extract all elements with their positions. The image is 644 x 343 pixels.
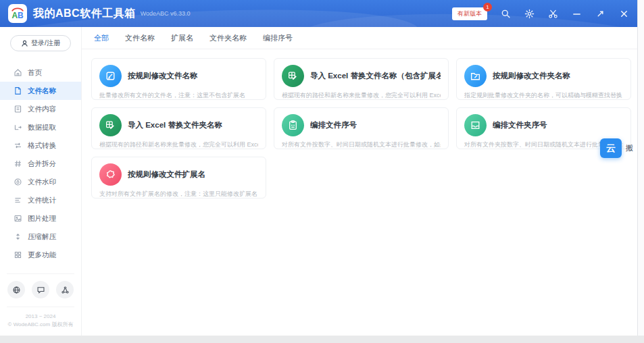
sidebar-nav: 首页 文件名称 文件内容 数据提取 <box>0 63 81 264</box>
file-stats-icon <box>14 196 22 205</box>
data-extract-icon <box>14 123 22 132</box>
sidebar-item-format-convert[interactable]: 格式转换 <box>0 136 81 155</box>
tab-extension[interactable]: 扩展名 <box>171 33 193 43</box>
sidebar-item-merge-split[interactable]: 合并拆分 <box>0 155 81 173</box>
merge-split-icon <box>14 159 22 168</box>
svg-text:B: B <box>18 11 24 20</box>
user-icon <box>21 40 28 47</box>
sidebar-item-label: 文件内容 <box>28 105 56 114</box>
logo-ab-icon: A B <box>9 5 26 22</box>
rename-extension-icon <box>99 163 122 186</box>
social-row <box>7 273 74 307</box>
svg-text:A: A <box>11 11 18 20</box>
search-icon[interactable] <box>501 9 511 19</box>
card-excel-rename-file[interactable]: 导入 Excel 替换文件名称（包含扩展名） 根据现有的路径和新名称来批量修改，… <box>274 58 449 100</box>
settings-gear-icon[interactable] <box>524 9 535 19</box>
rename-file-icon <box>99 65 122 87</box>
sidebar-item-file-name[interactable]: 文件名称 <box>0 82 81 100</box>
tool-card-grid: 按规则修改文件名称 批量修改所有文件的文件名，注意：这里不包含扩展名 导入 Ex… <box>82 49 637 207</box>
card-title: 按规则修改文件扩展名 <box>128 169 205 180</box>
card-description: 指定规则批量修改文件夹的名称，可以精确与模糊查找替换 <box>464 91 623 100</box>
minimize-icon[interactable] <box>572 9 582 19</box>
sidebar-item-label: 图片处理 <box>28 214 56 223</box>
sidebar-item-compress[interactable]: 压缩解压 <box>0 228 81 246</box>
excel-import-icon <box>99 114 122 136</box>
sidebar-item-label: 文件水印 <box>28 178 56 187</box>
tab-numbering[interactable]: 编排序号 <box>263 33 293 43</box>
taskbar-strip <box>0 336 644 343</box>
main-content: 全部 文件名称 扩展名 文件夹名称 编排序号 按规则修改文件名称 <box>82 27 637 336</box>
close-icon[interactable] <box>619 9 629 19</box>
card-excel-rename-folder[interactable]: 导入 Excel 替换文件夹名称 根据现有的路径和新名称来批量修改，您完全可以利… <box>91 107 266 149</box>
app-window: A B 我的ABC软件工具箱 WodeABC v6.33.0 有新版本 1 <box>0 0 638 336</box>
number-folders-icon <box>464 114 487 136</box>
card-title: 编排文件夹序号 <box>493 120 547 130</box>
compress-icon <box>14 232 22 241</box>
card-description: 对所有文件夹按数字、时间日期或随机文本进行批量修改，如果您的规则 <box>464 140 623 149</box>
copyright: 2013 ~ 2024 © WodeABC.com 版权所有 <box>7 307 74 329</box>
number-files-icon <box>282 114 304 136</box>
update-badge: 1 <box>483 3 492 11</box>
sidebar-item-more[interactable]: 更多功能 <box>0 246 81 264</box>
sidebar-item-label: 更多功能 <box>28 250 56 260</box>
maximize-icon[interactable] <box>595 9 605 19</box>
share-button[interactable] <box>56 281 74 298</box>
sidebar-item-home[interactable]: 首页 <box>0 63 81 82</box>
more-grid-icon <box>14 250 22 259</box>
card-description: 支持对所有文件扩展名的修改，注意：这里只能修改扩展名，「不是」文 <box>99 190 258 199</box>
sidebar-item-label: 文件统计 <box>28 196 56 205</box>
excel-import-icon <box>282 65 304 87</box>
card-title: 导入 Excel 替换文件名称（包含扩展名） <box>310 71 441 81</box>
tab-folder-name[interactable]: 文件夹名称 <box>209 33 247 43</box>
globe-icon <box>12 286 21 294</box>
watermark-icon <box>14 178 22 186</box>
home-icon <box>14 68 22 77</box>
feedback-button[interactable] <box>32 281 49 298</box>
sidebar-item-label: 首页 <box>28 68 42 78</box>
sidebar-item-data-extract[interactable]: 数据提取 <box>0 118 81 136</box>
category-tabbar: 全部 文件名称 扩展名 文件夹名称 编排序号 <box>82 27 637 49</box>
card-description: 根据现有的路径和新名称来批量修改，您完全可以利用 Excel 强大的功能 <box>282 91 441 100</box>
sidebar: 登录/注册 首页 文件名称 文件内容 <box>0 27 82 336</box>
card-description: 对所有文件按数字、时间日期或随机文本进行批量修改，如果您的规则不 <box>282 140 441 149</box>
card-description: 批量修改所有文件的文件名，注意：这里不包含扩展名 <box>99 91 258 100</box>
sidebar-item-label: 格式转换 <box>28 141 56 151</box>
scissors-icon[interactable] <box>548 9 558 19</box>
card-rename-extension[interactable]: 按规则修改文件扩展名 支持对所有文件扩展名的修改，注意：这里只能修改扩展名，「不… <box>91 157 266 199</box>
card-title: 导入 Excel 替换文件夹名称 <box>128 120 222 130</box>
update-version-label: 有新版本 <box>457 10 482 17</box>
file-content-icon <box>14 105 22 113</box>
card-number-files[interactable]: 编排文件序号 对所有文件按数字、时间日期或随机文本进行批量修改，如果您的规则不 <box>274 107 449 149</box>
sidebar-item-label: 数据提取 <box>28 123 56 132</box>
sidebar-item-file-content[interactable]: 文件内容 <box>0 100 81 118</box>
sidebar-item-label: 合并拆分 <box>28 159 56 169</box>
image-process-icon <box>14 214 22 223</box>
tab-all[interactable]: 全部 <box>94 33 109 43</box>
login-register-label: 登录/注册 <box>31 38 60 48</box>
website-button[interactable] <box>7 281 25 298</box>
format-convert-icon <box>14 141 22 150</box>
sidebar-item-label: 文件名称 <box>28 86 56 96</box>
update-version-button[interactable]: 有新版本 1 <box>452 7 487 20</box>
copyright-years: 2013 ~ 2024 <box>7 313 74 321</box>
rename-folder-icon <box>464 65 487 87</box>
card-rename-folder[interactable]: 按规则修改文件夹名称 指定规则批量修改文件夹的名称，可以精确与模糊查找替换 <box>456 58 631 100</box>
share-icon <box>61 286 70 294</box>
card-title: 按规则修改文件夹名称 <box>493 71 570 81</box>
floating-cloud-widget: 云 搬 <box>600 138 633 158</box>
sidebar-item-image-process[interactable]: 图片处理 <box>0 209 81 228</box>
card-rename-file[interactable]: 按规则修改文件名称 批量修改所有文件的文件名，注意：这里不包含扩展名 <box>91 58 266 100</box>
sidebar-bottom: 2013 ~ 2024 © WodeABC.com 版权所有 <box>0 273 81 336</box>
copyright-owner: © WodeABC.com 版权所有 <box>7 321 74 329</box>
chat-icon <box>36 286 45 294</box>
card-title: 编排文件序号 <box>310 120 357 130</box>
sidebar-item-label: 压缩解压 <box>28 232 56 242</box>
cloud-button[interactable]: 云 <box>600 138 622 158</box>
sidebar-item-watermark[interactable]: 文件水印 <box>0 173 81 191</box>
file-name-icon <box>14 86 22 95</box>
login-register-button[interactable]: 登录/注册 <box>10 35 71 51</box>
sidebar-item-file-stats[interactable]: 文件统计 <box>0 191 81 209</box>
app-version: WodeABC v6.33.0 <box>141 10 191 17</box>
tab-file-name[interactable]: 文件名称 <box>125 33 155 43</box>
app-logo: A B <box>8 4 27 23</box>
